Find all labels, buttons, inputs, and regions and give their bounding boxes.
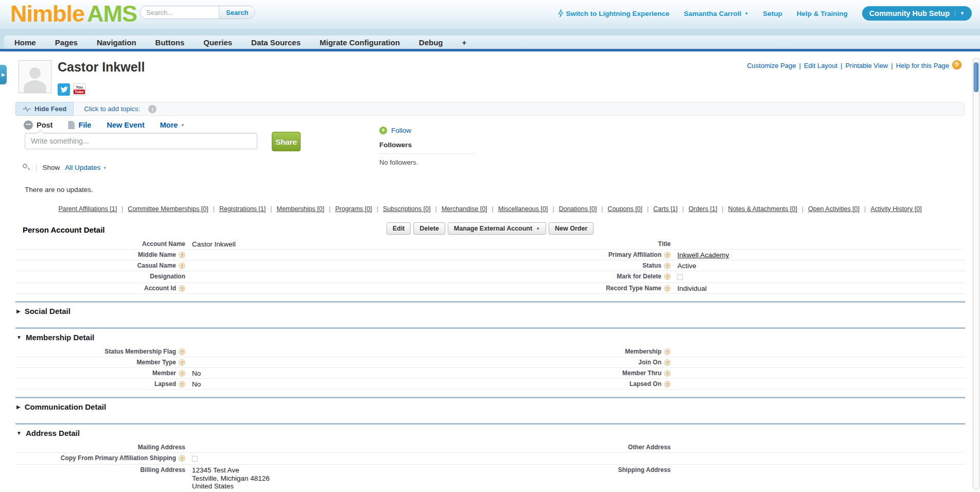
tab-data-sources[interactable]: Data Sources [251, 38, 301, 47]
list-separator: | [492, 205, 494, 213]
switch-to-lightning-link[interactable]: Switch to Lightning Experience [557, 9, 670, 17]
field-label-cell: Account Id? [15, 285, 185, 292]
field-help-icon[interactable]: ? [664, 381, 671, 388]
inkwell-academy-link[interactable]: Inkwell Academy [677, 251, 729, 259]
tab-home[interactable]: Home [14, 38, 36, 47]
field-label: Billing Address [140, 466, 185, 473]
section-header-membership-detail[interactable]: ▼Membership Detail [15, 327, 965, 346]
field-help-icon[interactable]: ? [664, 359, 671, 366]
tab-debug[interactable]: Debug [419, 38, 443, 47]
page-help-icon[interactable]: ? [952, 60, 961, 69]
edit-layout-link[interactable]: Edit Layout [804, 62, 837, 69]
checkbox-unchecked[interactable] [677, 274, 683, 280]
field-help-icon[interactable]: ? [179, 262, 185, 269]
related-list-committee-memberships[interactable]: Committee Memberships [0] [128, 205, 208, 213]
related-list-notes-attachments[interactable]: Notes & Attachments [0] [728, 205, 797, 213]
field-help-icon[interactable]: ? [664, 285, 671, 292]
search-icon[interactable] [23, 164, 30, 171]
help-for-this-page-link[interactable]: Help for this Page [896, 62, 949, 69]
list-separator: | [329, 205, 330, 213]
related-list-miscellaneous[interactable]: Miscellaneous [0] [498, 205, 548, 213]
field-help-icon[interactable]: ? [179, 348, 185, 355]
add-topics-link[interactable]: Click to add topics: [84, 105, 140, 113]
manage-external-account-button[interactable]: Manage External Account▼ [448, 222, 546, 235]
info-icon[interactable]: i [148, 105, 156, 113]
tab-add[interactable]: + [462, 38, 466, 47]
youtube-icon[interactable]: You Tube [73, 83, 85, 96]
edit-button[interactable]: Edit [387, 222, 411, 235]
field-value: No [185, 370, 501, 377]
related-list-open-activities[interactable]: Open Activities [0] [808, 205, 860, 213]
detail-row: DesignationMark for Delete? [15, 271, 965, 283]
related-list-orders[interactable]: Orders [1] [689, 205, 717, 213]
field-help-icon[interactable]: ? [179, 381, 185, 388]
section-expanded-icon[interactable]: ▼ [16, 430, 22, 436]
setup-link[interactable]: Setup [763, 10, 782, 17]
related-list-coupons[interactable]: Coupons [0] [608, 205, 642, 213]
hide-feed-button[interactable]: Hide Feed [15, 102, 74, 116]
list-separator: | [601, 205, 603, 213]
app-menu-button[interactable]: Community Hub Setup ▼ [862, 6, 972, 21]
publisher-tab-post[interactable]: •••Post [24, 120, 52, 130]
feed-filter-dropdown[interactable]: All Updates ▾ [65, 164, 106, 171]
scrollbar-thumb[interactable] [974, 62, 978, 92]
field-help-icon[interactable]: ? [179, 285, 185, 292]
checkbox-unchecked[interactable] [192, 456, 198, 462]
tab-pages[interactable]: Pages [55, 38, 78, 47]
field-help-icon[interactable]: ? [179, 370, 185, 377]
related-list-carts[interactable]: Carts [1] [653, 205, 677, 213]
search-button[interactable]: Search [219, 6, 255, 19]
sidebar-expand-handle[interactable]: ▶ [0, 65, 7, 84]
field-help-icon[interactable]: ? [179, 359, 185, 366]
feed-composer-input[interactable] [25, 133, 257, 149]
new-order-button[interactable]: New Order [549, 222, 593, 235]
field-label-cell: Record Type Name? [501, 285, 671, 292]
twitter-icon[interactable] [58, 83, 70, 96]
related-list-memberships[interactable]: Memberships [0] [277, 205, 324, 213]
section-header-address-detail[interactable]: ▼Address Detail [15, 423, 965, 442]
tab-navigation[interactable]: Navigation [97, 38, 136, 47]
section-collapsed-icon[interactable]: ▶ [16, 308, 21, 314]
field-help-icon[interactable]: ? [664, 262, 671, 269]
vertical-scrollbar[interactable] [973, 58, 979, 490]
section-title: Membership Detail [26, 333, 94, 342]
related-list-name: Memberships [277, 205, 316, 213]
share-button[interactable]: Share [272, 132, 301, 151]
publisher-tab-label: Post [37, 121, 52, 129]
related-list-count: [0] [316, 205, 324, 213]
follow-button[interactable]: + Follow [379, 127, 411, 134]
related-list-subscriptions[interactable]: Subscriptions [0] [383, 205, 430, 213]
related-list-activity-history[interactable]: Activity History [0] [870, 205, 921, 213]
field-help-icon[interactable]: ? [179, 252, 185, 258]
field-help-icon[interactable]: ? [179, 455, 185, 462]
publisher-tab-new-event[interactable]: New Event [107, 121, 144, 129]
field-help-icon[interactable]: ? [664, 348, 671, 355]
tab-migrate-configuration[interactable]: Migrate Configuration [320, 38, 400, 47]
field-help-icon[interactable]: ? [664, 370, 671, 377]
publisher-tab-file[interactable]: File [68, 121, 91, 129]
related-list-donations[interactable]: Donations [0] [559, 205, 597, 213]
help-training-link[interactable]: Help & Training [797, 10, 848, 17]
delete-button[interactable]: Delete [413, 222, 445, 235]
avatar[interactable] [19, 60, 51, 93]
printable-view-link[interactable]: Printable View [845, 62, 888, 69]
section-expanded-icon[interactable]: ▼ [16, 335, 22, 340]
divider: | [36, 164, 38, 171]
related-list-merchandise[interactable]: Merchandise [0] [442, 205, 487, 213]
related-list-parent-affiliations[interactable]: Parent Affiliations [1] [58, 205, 117, 213]
user-menu[interactable]: Samantha Carroll ▼ [684, 10, 749, 17]
customize-page-link[interactable]: Customize Page [747, 62, 796, 69]
tab-buttons[interactable]: Buttons [155, 38, 185, 47]
field-help-icon[interactable]: ? [664, 252, 671, 258]
publisher-tab-more[interactable]: More▾ [160, 121, 184, 129]
tab-queries[interactable]: Queries [203, 38, 232, 47]
search-input[interactable] [141, 6, 219, 19]
related-list-programs[interactable]: Programs [0] [335, 205, 372, 213]
detail-row: Casual Name?Status?Active [15, 260, 965, 271]
section-header-communication-detail[interactable]: ▶Communication Detail [15, 397, 965, 416]
section-collapsed-icon[interactable]: ▶ [16, 404, 21, 410]
section-header-social-detail[interactable]: ▶Social Detail [15, 301, 965, 320]
related-list-registrations[interactable]: Registrations [1] [219, 205, 266, 213]
field-label: Account Id [144, 285, 176, 292]
field-help-icon[interactable]: ? [664, 273, 671, 280]
